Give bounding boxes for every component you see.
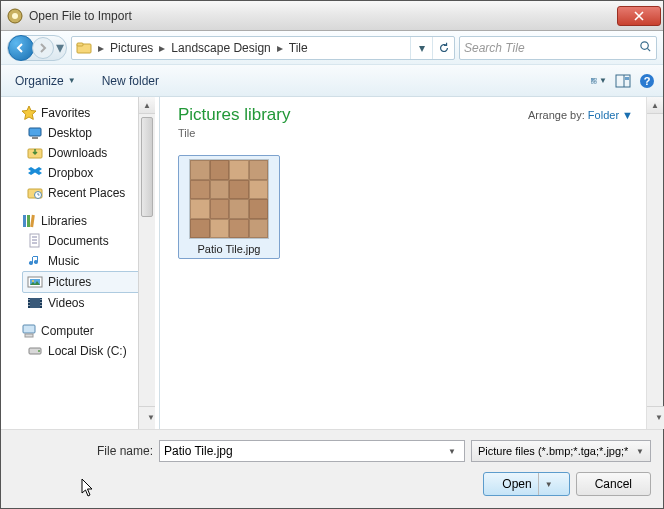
tree-music[interactable]: Music — [7, 251, 155, 271]
open-button[interactable]: Open ▼ — [483, 472, 569, 496]
breadcrumb-pictures[interactable]: Pictures — [106, 37, 157, 59]
arrange-by: Arrange by: Folder ▼ — [528, 109, 633, 121]
desktop-icon — [27, 125, 43, 141]
svg-rect-6 — [591, 78, 593, 80]
refresh-icon — [438, 42, 450, 54]
history-dropdown[interactable]: ▾ — [54, 38, 66, 57]
computer-icon — [21, 323, 37, 339]
preview-pane-icon — [615, 73, 631, 89]
cursor-icon — [81, 478, 97, 498]
svg-text:?: ? — [644, 75, 651, 87]
svg-rect-30 — [28, 298, 42, 308]
dialog-footer: File name: Patio Tile.jpg ▼ Picture file… — [1, 429, 663, 508]
breadcrumb-tile[interactable]: Tile — [285, 37, 312, 59]
close-button[interactable] — [617, 6, 661, 26]
close-icon — [634, 11, 644, 21]
scroll-up-icon[interactable]: ▲ — [647, 97, 663, 114]
svg-rect-15 — [29, 128, 41, 136]
svg-rect-38 — [41, 305, 42, 306]
forward-button[interactable] — [32, 37, 54, 59]
app-icon — [7, 8, 23, 24]
breadcrumb-landscape[interactable]: Landscape Design — [167, 37, 274, 59]
svg-point-1 — [12, 13, 18, 19]
chevron-right-icon[interactable]: ▸ — [157, 41, 167, 55]
refresh-button[interactable] — [432, 37, 454, 59]
tree-videos[interactable]: Videos — [7, 293, 155, 313]
filename-label: File name: — [13, 444, 153, 458]
scroll-down-icon[interactable]: ▼ — [647, 406, 664, 429]
tree-favorites[interactable]: Favorites — [7, 103, 155, 123]
svg-rect-20 — [23, 215, 26, 227]
svg-rect-34 — [29, 302, 30, 303]
svg-rect-3 — [77, 43, 83, 46]
organize-menu[interactable]: Organize ▼ — [9, 70, 82, 92]
svg-line-5 — [647, 48, 650, 51]
breadcrumb-bar[interactable]: ▸ Pictures ▸ Landscape Design ▸ Tile ▾ — [71, 36, 455, 60]
toolbar-view-icons: ▼ ? — [591, 73, 655, 89]
filename-input[interactable]: Patio Tile.jpg ▼ — [159, 440, 465, 462]
nav-tree: Favorites Desktop Downloads Dropbox Rece… — [1, 97, 155, 429]
svg-rect-33 — [29, 299, 30, 300]
search-placeholder: Search Tile — [464, 41, 525, 55]
star-icon — [21, 105, 37, 121]
file-list[interactable]: Patio Tile.jpg — [160, 145, 663, 429]
arrow-right-icon — [37, 42, 49, 54]
svg-rect-7 — [594, 78, 596, 80]
toolbar: Organize ▼ New folder ▼ ? — [1, 65, 663, 97]
chevron-right-icon[interactable]: ▸ — [275, 41, 285, 55]
svg-rect-10 — [616, 75, 630, 87]
library-subtitle: Tile — [178, 127, 651, 139]
preview-pane-button[interactable] — [615, 73, 631, 89]
navbar: ▾ ▸ Pictures ▸ Landscape Design ▸ Tile ▾… — [1, 31, 663, 65]
filename-dropdown[interactable]: ▼ — [444, 441, 460, 461]
scroll-thumb[interactable] — [141, 117, 153, 217]
svg-point-42 — [38, 350, 40, 352]
arrow-left-icon — [15, 42, 27, 54]
disk-icon — [27, 343, 43, 359]
tree-pictures[interactable]: Pictures — [22, 271, 155, 293]
content-scrollbar[interactable]: ▲ ▼ — [646, 97, 663, 429]
dropbox-icon — [27, 165, 43, 181]
filetype-dropdown[interactable]: Picture files (*.bmp;*.tga;*.jpg;* ▼ — [471, 440, 651, 462]
file-thumbnail — [189, 159, 269, 239]
tree-dropbox[interactable]: Dropbox — [7, 163, 155, 183]
folder-icon — [76, 40, 92, 56]
videos-icon — [27, 295, 43, 311]
tree-scrollbar[interactable]: ▲ ▼ — [138, 97, 155, 429]
breadcrumb-dropdown[interactable]: ▾ — [410, 37, 432, 59]
open-split-dropdown[interactable]: ▼ — [538, 473, 561, 495]
svg-rect-39 — [23, 325, 35, 333]
cancel-button[interactable]: Cancel — [576, 472, 651, 496]
documents-icon — [27, 233, 43, 249]
file-item-patio-tile[interactable]: Patio Tile.jpg — [178, 155, 280, 259]
main-area: Favorites Desktop Downloads Dropbox Rece… — [1, 97, 663, 429]
music-icon — [27, 253, 43, 269]
thumbnails-icon — [591, 73, 597, 89]
tree-downloads[interactable]: Downloads — [7, 143, 155, 163]
search-input[interactable]: Search Tile — [459, 36, 657, 60]
tree-libraries[interactable]: Libraries — [7, 211, 155, 231]
file-dialog-window: Open File to Import ▾ ▸ Pictures ▸ Lands… — [0, 0, 664, 509]
back-button[interactable] — [8, 35, 34, 61]
nav-history-buttons: ▾ — [7, 35, 67, 61]
libraries-icon — [21, 213, 37, 229]
svg-rect-22 — [30, 215, 35, 227]
scroll-up-icon[interactable]: ▲ — [139, 97, 155, 114]
svg-point-4 — [641, 41, 648, 48]
chevron-right-icon[interactable]: ▸ — [96, 41, 106, 55]
tree-recent-places[interactable]: Recent Places — [7, 183, 155, 203]
recent-icon — [27, 185, 43, 201]
svg-rect-37 — [41, 302, 42, 303]
pictures-icon — [27, 274, 43, 290]
tree-local-disk[interactable]: Local Disk (C:) — [7, 341, 155, 361]
svg-rect-35 — [29, 305, 30, 306]
help-button[interactable]: ? — [639, 73, 655, 89]
tree-desktop[interactable]: Desktop — [7, 123, 155, 143]
downloads-icon — [27, 145, 43, 161]
tree-documents[interactable]: Documents — [7, 231, 155, 251]
tree-computer[interactable]: Computer — [7, 321, 155, 341]
scroll-down-icon[interactable]: ▼ — [139, 406, 155, 429]
new-folder-button[interactable]: New folder — [96, 70, 165, 92]
arrange-by-dropdown[interactable]: Folder ▼ — [588, 109, 633, 121]
view-mode-button[interactable]: ▼ — [591, 73, 607, 89]
